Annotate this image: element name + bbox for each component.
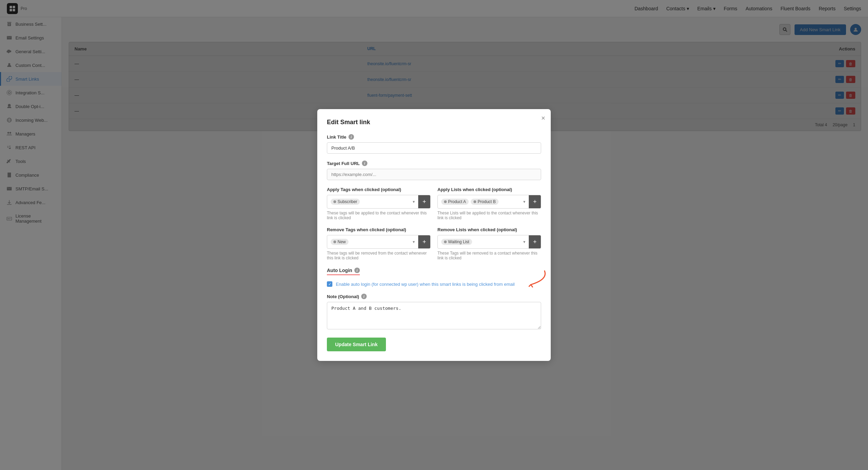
tag-product-a: Product A [441,199,469,205]
apply-lists-inner: Product A Product B [438,195,520,208]
apply-lists-label: Apply Lists when clicked (optional) [437,187,541,192]
apply-tags-col: Apply Tags when clicked (optional) Subsc… [327,187,431,227]
remove-tags-inner: New [327,235,409,248]
tag-new: New [331,239,349,245]
target-url-group: Target Full URL i [327,161,541,180]
remove-tags-add-button[interactable]: + [418,235,430,248]
target-url-input[interactable] [327,169,541,180]
note-textarea[interactable]: Product A and B customers. [327,302,541,329]
apply-lists-select[interactable]: Product A Product B ▾ + [437,195,541,209]
target-url-info-icon: i [362,161,367,166]
modal-close-button[interactable]: × [541,115,545,121]
remove-tags-hint: These tags will be removed from the cont… [327,251,431,260]
apply-tags-group: Apply Tags when clicked (optional) Subsc… [327,187,431,220]
tag-subscriber: Subscriber [331,199,360,205]
apply-tags-label: Apply Tags when clicked (optional) [327,187,431,192]
auto-login-checkbox-row: ✓ Enable auto login (for connected wp us… [327,281,541,287]
target-url-label: Target Full URL i [327,161,541,166]
apply-lists-group: Apply Lists when clicked (optional) Prod… [437,187,541,220]
remove-tags-arrow[interactable]: ▾ [409,239,418,244]
tag-dot [444,200,447,203]
apply-lists-add-button[interactable]: + [529,195,541,208]
apply-tags-arrow[interactable]: ▾ [409,199,418,204]
remove-lists-arrow[interactable]: ▾ [520,239,529,244]
link-title-input[interactable] [327,142,541,154]
remove-lists-group: Remove Lists when clicked (optional) Wai… [437,227,541,260]
note-info-icon: i [361,294,367,299]
note-group: Note (Optional) i Product A and B custom… [327,294,541,331]
auto-login-section: Auto Login i ✓ Enable auto login (for co… [327,267,541,287]
remove-lists-add-button[interactable]: + [529,235,541,248]
modal-title: Edit Smart link [327,119,541,126]
apply-lists-hint: These Lists will be applied to the conta… [437,211,541,220]
apply-tags-lists-row: Apply Tags when clicked (optional) Subsc… [327,187,541,227]
auto-login-info-icon: i [354,268,360,273]
tag-product-b: Product B [471,199,499,205]
auto-login-row-wrapper: ✓ Enable auto login (for connected wp us… [327,278,541,287]
remove-lists-select[interactable]: Waiting List ▾ + [437,235,541,249]
update-smart-link-button[interactable]: Update Smart Link [327,338,386,351]
remove-lists-hint: These Tags will be removed to a contact … [437,251,541,260]
checkbox-check-icon: ✓ [328,282,331,286]
tag-dot [333,200,336,203]
edit-smart-link-modal: Edit Smart link × Link Title i Target Fu… [317,109,551,361]
modal-overlay: Edit Smart link × Link Title i Target Fu… [0,0,868,470]
link-title-label: Link Title i [327,134,541,140]
remove-tags-lists-row: Remove Tags when clicked (optional) New … [327,227,541,267]
link-title-group: Link Title i [327,134,541,154]
apply-tags-add-button[interactable]: + [418,195,430,208]
remove-lists-col: Remove Lists when clicked (optional) Wai… [437,227,541,267]
apply-tags-hint: These tags will be applied to the contac… [327,211,431,220]
remove-tags-select[interactable]: New ▾ + [327,235,431,249]
apply-tags-inner: Subscriber [327,195,409,208]
auto-login-title: Auto Login i [327,268,360,275]
tag-dot [333,240,336,243]
remove-tags-col: Remove Tags when clicked (optional) New … [327,227,431,267]
tag-dot [473,200,476,203]
remove-tags-group: Remove Tags when clicked (optional) New … [327,227,431,260]
apply-tags-select[interactable]: Subscriber ▾ + [327,195,431,209]
modal-footer: Update Smart Link [327,338,541,351]
red-arrow-annotation [521,269,548,291]
link-title-info-icon: i [349,134,354,140]
note-label: Note (Optional) i [327,294,541,299]
auto-login-checkbox[interactable]: ✓ [327,281,332,287]
remove-lists-label: Remove Lists when clicked (optional) [437,227,541,232]
apply-lists-col: Apply Lists when clicked (optional) Prod… [437,187,541,227]
tag-waiting-list: Waiting List [441,239,472,245]
auto-login-checkbox-label[interactable]: Enable auto login (for connected wp user… [336,282,515,287]
apply-lists-arrow[interactable]: ▾ [520,199,529,204]
remove-lists-inner: Waiting List [438,235,520,248]
tag-dot [444,240,447,243]
remove-tags-label: Remove Tags when clicked (optional) [327,227,431,232]
